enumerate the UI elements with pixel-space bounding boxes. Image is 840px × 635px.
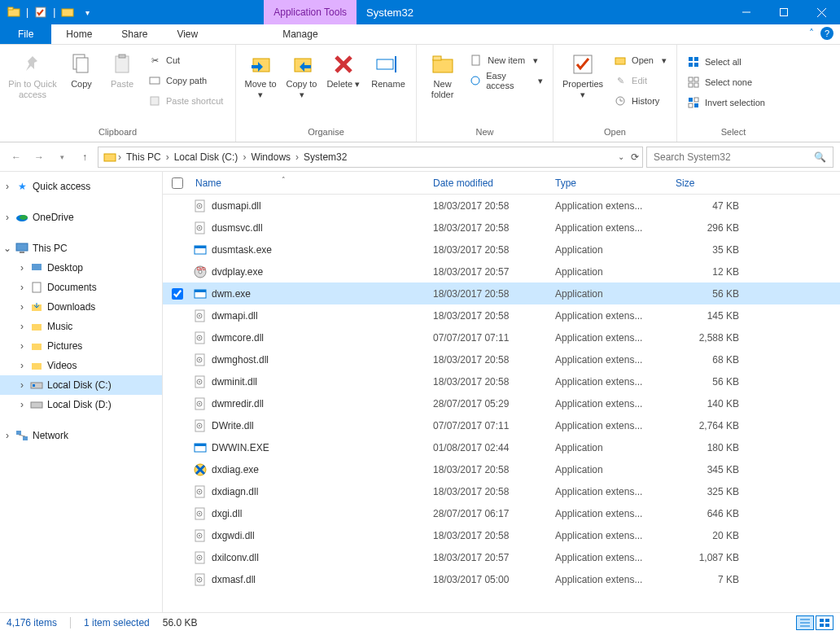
sidebar-item-this-pc[interactable]: ⌄This PC <box>0 239 162 258</box>
view-details-button[interactable] <box>796 615 814 630</box>
window-title: System32 <box>357 0 728 24</box>
sidebar-item-local-disk-d[interactable]: ›Local Disk (D:) <box>0 395 162 414</box>
svg-rect-110 <box>820 619 824 622</box>
file-row[interactable]: dusmtask.exe18/03/2017 20:58Application3… <box>163 239 840 261</box>
sidebar-item-pictures[interactable]: ›Pictures <box>0 336 162 356</box>
qat-customize-icon[interactable]: ▾ <box>78 3 96 21</box>
breadcrumb[interactable]: › This PC› Local Disk (C:)› Windows› Sys… <box>98 147 643 168</box>
rename-button[interactable]: Rename <box>367 48 409 90</box>
breadcrumb-segment[interactable]: Local Disk (C:) <box>171 151 242 163</box>
tab-share[interactable]: Share <box>107 24 162 44</box>
forward-button[interactable]: → <box>29 147 49 167</box>
file-size: 2,764 KB <box>676 420 746 431</box>
file-type: Application extens... <box>555 332 676 344</box>
sidebar-item-videos[interactable]: ›Videos <box>0 356 162 375</box>
minimize-button[interactable] <box>728 0 765 24</box>
file-row[interactable]: dxilconv.dll18/03/2017 20:57Application … <box>163 546 840 568</box>
refresh-icon[interactable]: ⟳ <box>631 151 639 163</box>
search-icon[interactable]: 🔍 <box>814 151 826 163</box>
column-header-size[interactable]: Size <box>676 177 757 189</box>
sidebar-item-downloads[interactable]: ›Downloads <box>0 297 162 317</box>
file-icon <box>192 507 208 520</box>
file-row[interactable]: dxgi.dll28/07/2017 06:17Application exte… <box>163 502 840 524</box>
sidebar-item-documents[interactable]: ›Documents <box>0 278 162 297</box>
breadcrumb-segment[interactable]: Windows <box>247 151 294 163</box>
up-button[interactable]: ↑ <box>75 147 94 167</box>
file-row[interactable]: dxdiag.exe18/03/2017 20:58Application345… <box>163 458 840 480</box>
select-none-button[interactable]: Select none <box>684 73 768 91</box>
column-header-date[interactable]: Date modified <box>433 177 555 189</box>
file-row[interactable]: DWrite.dll07/07/2017 07:11Application ex… <box>163 414 840 436</box>
select-all-button[interactable]: Select all <box>684 53 768 71</box>
properties-qat-icon[interactable] <box>32 3 50 21</box>
history-button[interactable]: History <box>610 92 670 110</box>
sidebar-item-quick-access[interactable]: ›★Quick access <box>0 177 162 196</box>
search-box[interactable]: 🔍 <box>646 147 833 168</box>
move-to-button[interactable]: Move to ▾ <box>243 48 278 100</box>
maximize-button[interactable] <box>765 0 803 24</box>
tab-home[interactable]: Home <box>51 24 107 44</box>
sidebar-item-onedrive[interactable]: ›OneDrive <box>0 208 162 227</box>
file-row[interactable]: dwmcore.dll07/07/2017 07:11Application e… <box>163 326 840 348</box>
copy-to-button[interactable]: Copy to ▾ <box>283 48 319 100</box>
search-input[interactable] <box>654 151 814 163</box>
close-button[interactable] <box>803 0 840 24</box>
file-name: dxilconv.dll <box>208 552 433 563</box>
column-header-type[interactable]: Type <box>555 177 676 189</box>
pin-to-quick-access-button[interactable]: Pin to Quick access <box>7 48 59 100</box>
help-icon[interactable]: ? <box>820 27 833 40</box>
svg-point-106 <box>199 579 200 580</box>
file-row[interactable]: dxmasf.dll18/03/2017 05:00Application ex… <box>163 568 840 590</box>
tab-file[interactable]: File <box>0 24 51 44</box>
open-button[interactable]: Open▾ <box>610 51 670 69</box>
tab-view[interactable]: View <box>162 24 212 44</box>
file-row[interactable]: dusmapi.dll18/03/2017 20:58Application e… <box>163 195 840 217</box>
new-item-button[interactable]: New item▾ <box>466 51 546 69</box>
sidebar-item-desktop[interactable]: ›Desktop <box>0 258 162 278</box>
view-large-icons-button[interactable] <box>816 615 833 630</box>
recent-locations-button[interactable]: ▾ <box>52 147 72 167</box>
file-row[interactable]: dwminit.dll18/03/2017 20:58Application e… <box>163 370 840 392</box>
copy-path-button[interactable]: Copy path <box>145 72 226 90</box>
file-row[interactable]: dwmapi.dll18/03/2017 20:58Application ex… <box>163 304 840 326</box>
back-button[interactable]: ← <box>7 147 26 167</box>
file-row[interactable]: dwmredir.dll28/07/2017 05:29Application … <box>163 392 840 414</box>
file-rows[interactable]: dusmapi.dll18/03/2017 20:58Application e… <box>163 195 840 612</box>
star-icon: ★ <box>15 181 29 192</box>
cut-button[interactable]: ✂Cut <box>145 51 226 69</box>
file-row[interactable]: dwm.exe18/03/2017 20:58Application56 KB <box>163 282 840 304</box>
file-name: DWWIN.EXE <box>208 442 433 453</box>
file-row[interactable]: DWWIN.EXE01/08/2017 02:44Application180 … <box>163 436 840 458</box>
file-row[interactable]: dxdiagn.dll18/03/2017 20:58Application e… <box>163 480 840 502</box>
select-all-checkbox[interactable] <box>172 177 183 189</box>
move-to-icon <box>247 51 273 77</box>
edit-button[interactable]: ✎Edit <box>610 72 670 90</box>
column-header-name[interactable]: Name˄ <box>192 177 433 189</box>
sidebar-item-music[interactable]: ›Music <box>0 317 162 336</box>
paste-button[interactable]: Paste <box>104 48 140 90</box>
address-dropdown-icon[interactable]: ⌄ <box>618 152 624 161</box>
delete-button[interactable]: Delete ▾ <box>325 48 362 90</box>
file-row[interactable]: dwmghost.dll18/03/2017 20:58Application … <box>163 348 840 370</box>
invert-selection-button[interactable]: Invert selection <box>684 94 768 112</box>
svg-rect-35 <box>689 98 693 102</box>
tab-manage[interactable]: Manage <box>265 24 335 44</box>
folder-icon[interactable] <box>5 3 23 21</box>
row-checkbox[interactable] <box>172 288 183 300</box>
file-icon <box>192 397 208 410</box>
file-size: 345 KB <box>676 464 746 475</box>
easy-access-button[interactable]: Easy access▾ <box>466 72 546 90</box>
paste-shortcut-button[interactable]: Paste shortcut <box>145 92 226 110</box>
collapse-ribbon-icon[interactable]: ˄ <box>809 28 814 39</box>
new-folder-qat-icon[interactable] <box>59 3 77 21</box>
new-folder-button[interactable]: New folder <box>423 48 462 100</box>
copy-button[interactable]: Copy <box>63 48 99 90</box>
file-row[interactable]: dxgwdi.dll18/03/2017 20:58Application ex… <box>163 524 840 546</box>
breadcrumb-segment[interactable]: This PC <box>123 151 164 163</box>
file-row[interactable]: dusmsvc.dll18/03/2017 20:58Application e… <box>163 217 840 239</box>
sidebar-item-local-disk-c[interactable]: ›Local Disk (C:) <box>0 375 162 395</box>
properties-button[interactable]: Properties ▾ <box>560 48 606 100</box>
sidebar-item-network[interactable]: ›Network <box>0 426 162 445</box>
file-row[interactable]: DVDdvdplay.exe18/03/2017 20:57Applicatio… <box>163 261 840 282</box>
breadcrumb-segment[interactable]: System32 <box>300 151 350 163</box>
